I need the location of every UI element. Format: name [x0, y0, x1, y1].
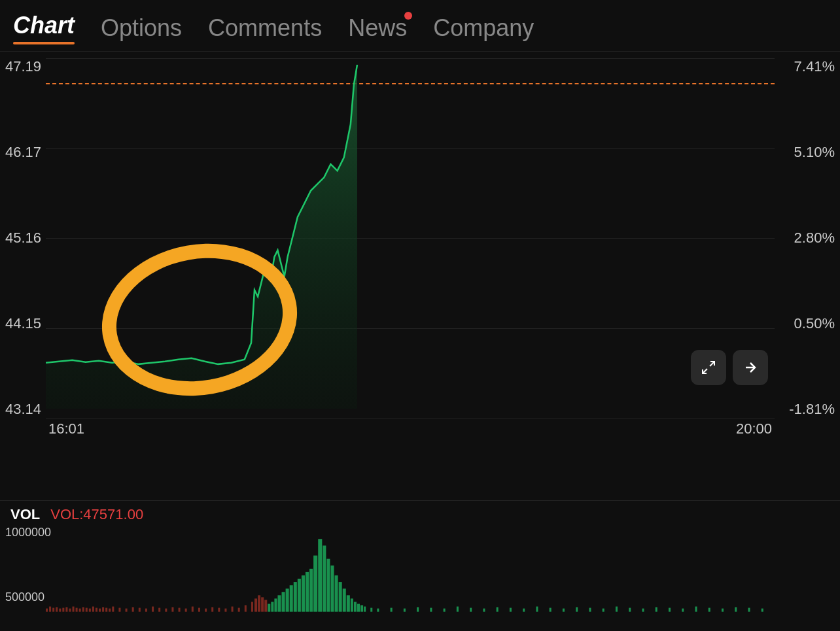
- svg-rect-10: [65, 607, 67, 612]
- svg-rect-25: [118, 608, 120, 612]
- svg-rect-61: [309, 569, 313, 612]
- y-pct-2: 2.80%: [780, 230, 835, 247]
- svg-rect-52: [274, 598, 277, 611]
- svg-rect-75: [364, 607, 366, 612]
- svg-rect-32: [165, 609, 167, 612]
- svg-rect-91: [563, 609, 565, 612]
- volume-value: VOL:47571.00: [50, 506, 143, 523]
- svg-rect-63: [318, 539, 322, 611]
- svg-rect-69: [343, 588, 346, 611]
- svg-rect-33: [171, 607, 173, 612]
- svg-rect-24: [112, 607, 114, 612]
- svg-rect-56: [290, 585, 293, 612]
- svg-rect-55: [286, 588, 289, 611]
- svg-rect-53: [277, 595, 281, 611]
- tab-comments[interactable]: Comments: [208, 14, 322, 42]
- svg-rect-35: [185, 609, 187, 612]
- volume-section: VOL VOL:47571.00 1000000 500000: [0, 500, 840, 631]
- collapse-button[interactable]: [733, 350, 768, 385]
- svg-rect-26: [126, 609, 128, 612]
- svg-rect-71: [351, 598, 353, 611]
- svg-rect-70: [347, 595, 350, 611]
- svg-rect-86: [497, 607, 499, 612]
- y-label-2: 45.16: [5, 230, 41, 247]
- svg-rect-36: [192, 607, 194, 612]
- svg-rect-89: [536, 607, 538, 612]
- svg-rect-79: [404, 609, 406, 612]
- svg-rect-42: [232, 607, 234, 612]
- svg-rect-72: [354, 602, 357, 611]
- svg-rect-6: [52, 608, 54, 612]
- volume-bars-svg: [46, 526, 775, 612]
- svg-rect-105: [748, 608, 750, 612]
- svg-rect-64: [323, 545, 326, 611]
- y-pct-0: 7.41%: [780, 58, 835, 75]
- svg-rect-106: [761, 609, 763, 612]
- svg-rect-17: [89, 609, 91, 612]
- tab-company[interactable]: Company: [433, 14, 534, 42]
- svg-rect-34: [179, 608, 181, 612]
- svg-rect-18: [92, 607, 94, 612]
- svg-rect-51: [271, 602, 273, 611]
- y-label-4: 43.14: [5, 401, 41, 418]
- svg-rect-11: [69, 609, 71, 612]
- svg-rect-58: [298, 579, 301, 612]
- svg-rect-74: [360, 605, 363, 612]
- svg-rect-92: [576, 607, 578, 612]
- tab-news[interactable]: News: [348, 14, 407, 42]
- svg-rect-40: [218, 608, 220, 612]
- svg-rect-57: [294, 582, 297, 612]
- svg-rect-87: [510, 608, 512, 612]
- y-pct-3: 0.50%: [780, 315, 835, 332]
- svg-rect-12: [73, 607, 75, 612]
- svg-rect-99: [669, 608, 671, 612]
- svg-rect-9: [62, 608, 64, 612]
- y-pct-1: 5.10%: [780, 144, 835, 161]
- svg-rect-104: [735, 607, 737, 612]
- svg-rect-15: [82, 607, 84, 612]
- svg-rect-95: [616, 607, 618, 612]
- svg-rect-59: [302, 575, 305, 612]
- svg-rect-90: [550, 608, 551, 612]
- svg-rect-76: [370, 608, 372, 612]
- svg-rect-94: [603, 609, 604, 612]
- svg-rect-98: [656, 607, 657, 612]
- svg-rect-13: [76, 608, 78, 612]
- svg-rect-66: [330, 566, 334, 612]
- svg-rect-8: [59, 609, 61, 612]
- x-label-start: 16:01: [48, 420, 84, 437]
- svg-rect-7: [56, 607, 58, 612]
- price-chart-svg: [46, 58, 775, 409]
- svg-rect-16: [86, 608, 88, 612]
- svg-rect-67: [335, 575, 338, 612]
- svg-rect-41: [224, 609, 226, 612]
- svg-rect-4: [46, 609, 48, 612]
- svg-rect-39: [211, 607, 213, 612]
- chart-area: 47.19 46.17 45.16 44.15 43.14 7.41% 5.10…: [0, 52, 840, 437]
- svg-rect-47: [258, 595, 260, 611]
- y-label-0: 47.19: [5, 58, 41, 75]
- tab-options[interactable]: Options: [101, 14, 182, 42]
- svg-rect-102: [709, 608, 710, 612]
- svg-rect-49: [264, 600, 267, 611]
- y-label-1: 46.17: [5, 144, 41, 161]
- navigation-bar: Chart Options Comments News Company: [0, 0, 840, 52]
- expand-button[interactable]: [691, 350, 726, 385]
- vol-y-label-1: 500000: [5, 590, 51, 604]
- svg-rect-73: [357, 604, 360, 611]
- svg-rect-96: [629, 608, 631, 612]
- svg-rect-44: [245, 605, 247, 612]
- y-pct-4: -1.81%: [780, 401, 835, 418]
- svg-rect-101: [695, 607, 697, 612]
- x-axis: 16:01 20:00: [46, 420, 775, 437]
- svg-rect-83: [457, 607, 459, 612]
- tab-chart[interactable]: Chart: [13, 12, 75, 44]
- volume-label: VOL: [10, 506, 40, 523]
- svg-rect-78: [391, 608, 393, 612]
- x-label-end: 20:00: [736, 420, 772, 437]
- svg-rect-85: [483, 609, 485, 612]
- svg-rect-14: [79, 609, 81, 612]
- svg-rect-65: [326, 559, 330, 612]
- svg-rect-48: [261, 597, 264, 611]
- svg-rect-37: [198, 608, 200, 612]
